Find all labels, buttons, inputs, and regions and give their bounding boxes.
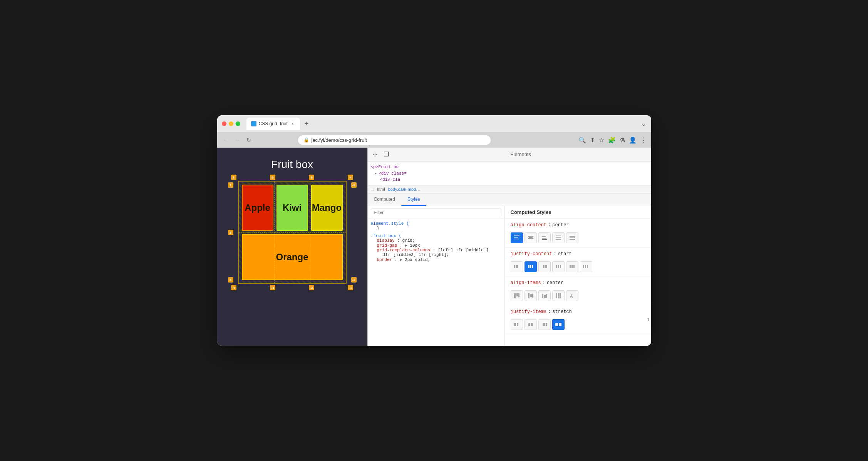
align-content-center-btn[interactable] xyxy=(524,232,537,243)
align-content-buttons xyxy=(511,232,646,243)
svg-rect-27 xyxy=(570,265,571,268)
svg-rect-14 xyxy=(570,239,575,240)
cursor-tool-button[interactable]: ⊹ xyxy=(371,149,379,160)
align-items-center-btn[interactable] xyxy=(524,290,537,301)
svg-rect-4 xyxy=(529,237,533,238)
justify-items-start-btn[interactable] xyxy=(511,319,523,330)
webpage-title: Fruit box xyxy=(225,151,360,175)
justify-content-spacearound-btn[interactable] xyxy=(566,261,578,272)
tab-area: 🌐 CSS grid- fruit × + xyxy=(246,118,638,130)
computed-align-items-row: align-items : center xyxy=(511,280,646,288)
justify-content-end-btn[interactable] xyxy=(538,261,551,272)
address-input[interactable]: 🔒 jec.fyi/demo/css-grid-fruit xyxy=(298,135,491,145)
svg-rect-51 xyxy=(546,323,547,326)
grid-label-left-1: 1 xyxy=(228,182,233,188)
css-rule-selector-fruitbox: .fruit-box { xyxy=(371,234,501,238)
justify-content-start-btn[interactable] xyxy=(511,261,523,272)
justify-items-stretch-btn[interactable] xyxy=(552,319,565,330)
bookmark-icon[interactable]: ☆ xyxy=(599,136,604,144)
html-panel: <p>Fruit bo ▾ <div class= <div cla xyxy=(368,162,651,185)
svg-rect-34 xyxy=(516,293,518,296)
svg-rect-33 xyxy=(514,293,516,298)
css-expand-arrow[interactable]: ▶ xyxy=(405,243,407,248)
justify-items-center-btn[interactable] xyxy=(524,319,537,330)
traffic-lights xyxy=(222,121,240,126)
css-rule-fruitbox: .fruit-box { display : grid; grid-gap : … xyxy=(371,234,501,262)
fruit-cell-orange: Orange xyxy=(242,234,343,280)
justify-content-spacebetween-btn[interactable] xyxy=(552,261,565,272)
svg-rect-53 xyxy=(559,323,561,326)
align-content-spacearound-btn[interactable] xyxy=(566,232,578,243)
extensions-icon[interactable]: 🧩 xyxy=(608,136,616,144)
minimize-traffic-light[interactable] xyxy=(229,121,233,126)
back-button[interactable]: ← xyxy=(222,135,230,145)
tab-styles[interactable]: Styles xyxy=(401,193,426,206)
share-icon[interactable]: ⬆ xyxy=(590,136,595,144)
computed-align-content: align-content : center xyxy=(505,219,651,247)
svg-rect-11 xyxy=(556,239,561,240)
grid-label-left-2: 2 xyxy=(228,230,233,235)
devtools-left-panel: element.style { } .fruit-box { disp xyxy=(368,206,505,346)
url-display: jec.fyi/demo/css-grid-fruit xyxy=(312,137,367,143)
filter-input[interactable] xyxy=(371,209,501,216)
align-items-baseline-btn[interactable]: A xyxy=(566,290,578,301)
refresh-button[interactable]: ↻ xyxy=(245,135,253,145)
align-content-start-btn[interactable] xyxy=(511,232,523,243)
computed-align-items: align-items : center xyxy=(505,276,651,305)
fruit-cell-apple: Apple xyxy=(242,185,273,231)
grid-label-bot-3: -2 xyxy=(309,285,314,290)
justify-content-spaceevenly-btn[interactable] xyxy=(580,261,592,272)
justify-items-end-btn[interactable] xyxy=(538,319,551,330)
breadcrumb-ellipsis: ... xyxy=(371,187,374,192)
tab-computed[interactable]: Computed xyxy=(368,193,401,206)
forward-button[interactable]: → xyxy=(233,135,242,145)
align-content-spacebetween-btn[interactable] xyxy=(552,232,565,243)
devtools-tab-label: Elements xyxy=(510,151,531,157)
justify-content-center-btn[interactable] xyxy=(524,261,537,272)
css-border-expand[interactable]: ▶ xyxy=(400,257,402,262)
svg-rect-49 xyxy=(531,323,533,326)
new-tab-button[interactable]: + xyxy=(302,118,312,130)
align-items-stretch-btn[interactable] xyxy=(552,290,565,301)
close-traffic-light[interactable] xyxy=(222,121,226,126)
grid-label-right-top: -1 xyxy=(351,182,357,188)
zoom-icon[interactable]: 🔍 xyxy=(578,136,586,144)
tab-close-button[interactable]: × xyxy=(290,121,295,126)
grid-label-bot-1: -4 xyxy=(231,285,236,290)
svg-rect-13 xyxy=(570,237,575,238)
profile-icon[interactable]: 👤 xyxy=(629,136,637,144)
grid-label-top-1: 1 xyxy=(231,175,236,180)
css-prop-grid-template-cont: 1fr [middle2] 1fr [right]; xyxy=(371,252,501,257)
align-items-end-btn[interactable] xyxy=(538,290,551,301)
lock-icon: 🔒 xyxy=(303,137,309,143)
align-items-start-btn[interactable] xyxy=(511,290,523,301)
svg-rect-52 xyxy=(555,323,558,326)
align-content-end-btn[interactable] xyxy=(538,232,551,243)
svg-rect-7 xyxy=(542,238,546,239)
computed-prop-row: align-content : center xyxy=(511,222,646,230)
menu-icon[interactable]: ⋮ xyxy=(640,136,647,144)
svg-rect-31 xyxy=(585,265,586,268)
svg-text:A: A xyxy=(570,294,573,298)
flask-icon[interactable]: ⚗ xyxy=(620,136,625,144)
css-prop-display: display : grid; xyxy=(371,238,501,243)
svg-rect-44 xyxy=(560,293,561,298)
svg-rect-3 xyxy=(528,236,533,237)
fruit-grid-row2: Orange xyxy=(242,234,343,280)
layers-tool-button[interactable]: ❐ xyxy=(382,149,390,160)
grid-label-bot-4: -1 xyxy=(348,285,353,290)
active-tab[interactable]: 🌐 CSS grid- fruit × xyxy=(246,118,300,130)
computed-prop-colon-1: : xyxy=(554,251,556,257)
tab-favicon: 🌐 xyxy=(251,121,256,126)
filter-bar xyxy=(368,206,504,219)
svg-rect-15 xyxy=(514,265,515,268)
maximize-traffic-light[interactable] xyxy=(236,121,240,126)
svg-rect-40 xyxy=(544,295,546,298)
svg-rect-12 xyxy=(570,236,575,237)
breadcrumb-body[interactable]: body.dark-mod… xyxy=(388,187,421,192)
computed-justify-content: justify-content : start xyxy=(505,247,651,276)
computed-styles-title: Computed Styles xyxy=(505,206,651,219)
svg-rect-47 xyxy=(517,323,518,326)
breadcrumb-html[interactable]: html xyxy=(377,187,385,192)
grid-label-top-4: 4 xyxy=(348,175,353,180)
